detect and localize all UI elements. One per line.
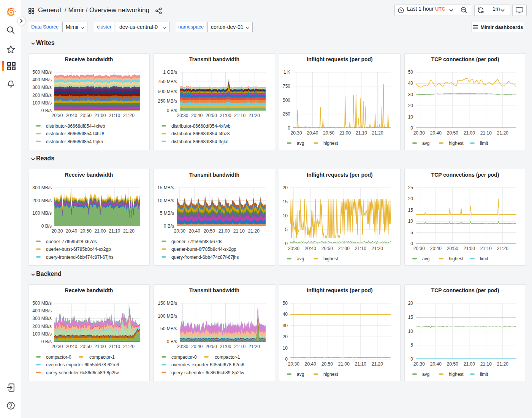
svg-text:highest: highest [449,141,464,146]
svg-text:5 MB/s: 5 MB/s [160,211,174,216]
svg-text:query-frontend-6bb474c87f-67jh: query-frontend-6bb474c87f-67jhs [46,255,113,260]
svg-text:25: 25 [408,185,413,190]
svg-text:0: 0 [285,356,288,362]
svg-text:400 MB/s: 400 MB/s [32,77,52,82]
svg-text:10: 10 [408,218,413,224]
svg-text:querier-77ff595bf8-k67ds: querier-77ff595bf8-k67ds [171,239,222,244]
svg-text:20:30: 20:30 [288,246,299,251]
svg-text:distributor-86668df854-4xfwb: distributor-86668df854-4xfwb [46,124,105,129]
svg-text:20:40: 20:40 [189,228,200,234]
svg-text:10: 10 [408,114,413,120]
svg-text:21:00: 21:00 [218,228,230,234]
svg-text:avg: avg [422,141,429,146]
svg-text:compactor-1: compactor-1 [89,355,115,360]
svg-text:21:20: 21:20 [123,344,135,349]
svg-text:TCP connections (per pod): TCP connections (per pod) [431,56,499,62]
svg-text:21:00: 21:00 [464,361,475,367]
svg-text:0 B/s: 0 B/s [167,339,177,344]
svg-text:200 MB/s: 200 MB/s [32,198,52,203]
svg-text:distributor-86668df854-ftgkn: distributor-86668df854-ftgkn [171,139,228,144]
svg-text:21:20: 21:20 [372,246,383,251]
svg-text:compactor-0: compactor-0 [46,355,71,360]
svg-text:100 MB/s: 100 MB/s [32,211,52,216]
svg-text:500: 500 [283,98,290,103]
svg-text:avg: avg [297,372,304,377]
svg-text:100 MB/s: 100 MB/s [158,314,177,319]
svg-text:Inflight requests (per pod): Inflight requests (per pod) [307,287,372,293]
svg-text:20:40: 20:40 [66,113,77,118]
svg-text:21:00: 21:00 [464,246,475,251]
svg-text:20: 20 [408,301,413,306]
svg-text:20:40: 20:40 [305,246,316,251]
svg-text:Inflight requests (per pod): Inflight requests (per pod) [307,56,372,62]
svg-text:limit: limit [480,256,488,261]
svg-text:20:30: 20:30 [413,130,425,136]
svg-text:21:00: 21:00 [338,246,350,251]
svg-text:TCP connections (per pod): TCP connections (per pod) [431,287,499,293]
svg-text:20:50: 20:50 [447,361,458,367]
svg-text:20:40: 20:40 [191,113,203,118]
svg-text:300 MB/s: 300 MB/s [32,185,52,190]
svg-text:query-scheduler-6c86d6cb89-8p2: query-scheduler-6c86d6cb89-8p2tw [46,370,119,375]
svg-text:21:20: 21:20 [249,113,260,118]
svg-text:21:10: 21:10 [355,361,366,367]
svg-text:20:50: 20:50 [447,246,458,251]
svg-text:overrides-exporter-6ff55bf678-: overrides-exporter-6ff55bf678-62rc6 [46,362,119,367]
svg-text:20:50: 20:50 [206,113,217,118]
svg-text:20:30: 20:30 [288,361,299,367]
svg-text:21:00: 21:00 [338,361,350,367]
svg-text:15: 15 [408,315,413,320]
svg-text:20:30: 20:30 [413,246,425,251]
svg-text:20:50: 20:50 [321,246,333,251]
svg-text:200 MB/s: 200 MB/s [32,93,52,98]
svg-text:30: 30 [408,92,413,97]
svg-text:21:10: 21:10 [109,228,120,234]
svg-text:21:00: 21:00 [94,113,106,118]
svg-text:15 MB/s: 15 MB/s [157,185,174,190]
svg-text:0: 0 [410,241,413,246]
svg-text:250: 250 [283,111,290,117]
svg-text:query-scheduler-6c86d6cb89-8p2: query-scheduler-6c86d6cb89-8p2tw [171,370,244,375]
svg-text:150 MB/s: 150 MB/s [158,301,177,306]
svg-text:0 B/s: 0 B/s [41,339,52,344]
svg-text:20:30: 20:30 [177,113,188,118]
svg-text:overrides-exporter-6ff55bf678-: overrides-exporter-6ff55bf678-62rc6 [171,362,244,367]
svg-text:250 MB/s: 250 MB/s [158,98,177,104]
svg-text:highest: highest [323,372,338,377]
svg-text:1 GB/s: 1 GB/s [163,70,177,75]
svg-text:Transmit bandwidth: Transmit bandwidth [189,172,239,178]
svg-text:TCP connections (per pod): TCP connections (per pod) [431,172,499,178]
svg-text:21:10: 21:10 [480,246,492,251]
svg-text:20:50: 20:50 [323,130,334,136]
svg-text:20: 20 [408,103,413,108]
svg-text:20:30: 20:30 [51,344,63,349]
svg-text:highest: highest [323,256,338,261]
svg-text:21:20: 21:20 [497,130,508,136]
svg-text:limit: limit [480,141,488,146]
svg-text:20:30: 20:30 [51,113,63,118]
svg-text:10 MB/s: 10 MB/s [157,198,174,203]
svg-text:0: 0 [285,241,288,246]
svg-text:highest: highest [449,372,464,377]
svg-text:20:50: 20:50 [80,344,92,349]
svg-text:5: 5 [410,230,413,235]
svg-text:highest: highest [323,141,338,146]
svg-text:20:40: 20:40 [430,246,442,251]
svg-text:50: 50 [408,70,413,75]
svg-text:20:50: 20:50 [80,228,92,234]
svg-text:0: 0 [288,125,290,131]
svg-text:15: 15 [408,207,413,213]
svg-text:Inflight requests (per pod): Inflight requests (per pod) [307,172,372,178]
svg-text:Receive bandwidth: Receive bandwidth [65,287,113,293]
svg-text:20: 20 [283,334,288,339]
svg-text:query-frontend-6bb474c87f-67jh: query-frontend-6bb474c87f-67jhs [171,255,239,260]
svg-text:Transmit bandwidth: Transmit bandwidth [189,56,239,62]
svg-text:21:10: 21:10 [109,344,120,349]
svg-text:20:50: 20:50 [80,113,92,118]
svg-text:40: 40 [283,312,288,317]
svg-text:5: 5 [410,342,413,348]
svg-text:21:10: 21:10 [234,344,245,349]
svg-text:100 MB/s: 100 MB/s [32,100,52,106]
svg-text:avg: avg [297,141,304,146]
svg-text:highest: highest [449,256,464,261]
